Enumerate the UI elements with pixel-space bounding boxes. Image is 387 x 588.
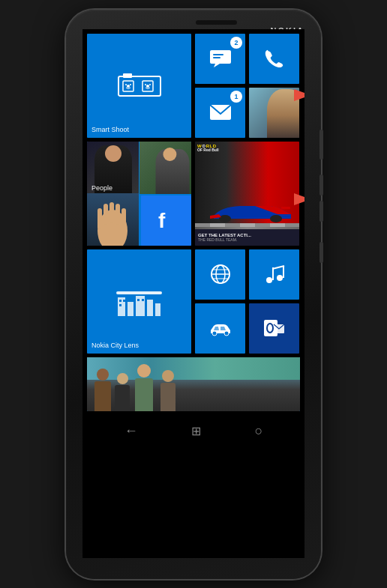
city-lens-icon bbox=[115, 282, 164, 320]
svg-marker-15 bbox=[294, 89, 304, 101]
car-icon bbox=[208, 320, 233, 336]
phone-top: NOKIA bbox=[66, 10, 321, 29]
nav-home-button[interactable]: ⊞ bbox=[191, 424, 201, 438]
svg-point-49 bbox=[224, 331, 229, 336]
ie-icon bbox=[209, 263, 232, 285]
svg-rect-32 bbox=[155, 303, 160, 316]
svg-rect-19 bbox=[110, 202, 114, 223]
svg-point-3 bbox=[127, 85, 130, 88]
svg-marker-26 bbox=[294, 193, 304, 205]
svg-point-48 bbox=[212, 331, 217, 336]
svg-rect-1 bbox=[123, 73, 132, 78]
power-button[interactable] bbox=[320, 130, 323, 160]
svg-rect-20 bbox=[116, 204, 120, 225]
smart-shoot-icon bbox=[117, 72, 162, 99]
svg-rect-36 bbox=[137, 299, 140, 301]
arrow-indicator-2 bbox=[294, 193, 304, 208]
tile-messaging[interactable]: 2 bbox=[195, 34, 245, 84]
tiles-row-3: Nokia City Lens bbox=[87, 249, 300, 354]
facebook-icon: f bbox=[156, 208, 177, 232]
redbull-image: W⊙RLD OF Red Bull bbox=[195, 142, 299, 229]
tile-city-lens-label: Nokia City Lens bbox=[92, 342, 139, 349]
tile-smart-shoot-label: Smart Shoot bbox=[92, 126, 129, 133]
messaging-icon bbox=[209, 49, 232, 67]
svg-rect-37 bbox=[142, 299, 144, 301]
tile-music[interactable] bbox=[249, 249, 299, 300]
mail-badge: 1 bbox=[230, 91, 242, 103]
tile-mail[interactable]: 1 bbox=[195, 88, 245, 138]
mail-icon bbox=[209, 104, 232, 121]
redbull-logo: W⊙RLD OF Red Bull bbox=[197, 144, 219, 153]
svg-rect-0 bbox=[118, 76, 160, 96]
tile-smart-shoot[interactable]: Smart Shoot bbox=[87, 34, 191, 138]
svg-rect-12 bbox=[213, 54, 224, 55]
redbull-car bbox=[210, 201, 292, 223]
svg-point-9 bbox=[149, 84, 151, 85]
redbull-text2: THE RED BULL TEAM. bbox=[198, 237, 296, 242]
tiles-row-2: f People W⊙RLD OF Red Bull bbox=[87, 142, 300, 246]
svg-rect-29 bbox=[128, 302, 134, 316]
svg-point-6 bbox=[125, 84, 127, 85]
svg-rect-33 bbox=[119, 300, 122, 302]
phone-icon bbox=[264, 48, 285, 69]
tile-redbull[interactable]: W⊙RLD OF Red Bull bbox=[195, 142, 299, 246]
svg-rect-35 bbox=[119, 304, 122, 306]
volume-up-button[interactable] bbox=[320, 175, 323, 196]
svg-point-44 bbox=[277, 275, 283, 281]
svg-rect-31 bbox=[147, 300, 153, 316]
redbull-content: W⊙RLD OF Red Bull bbox=[195, 142, 299, 246]
tile-drive[interactable] bbox=[195, 303, 245, 354]
tile-people-label: People bbox=[92, 184, 112, 192]
svg-rect-27 bbox=[116, 291, 162, 294]
music-icon bbox=[264, 264, 285, 285]
tile-outlook[interactable] bbox=[249, 303, 299, 354]
svg-point-43 bbox=[266, 277, 272, 283]
svg-text:f: f bbox=[158, 209, 166, 232]
svg-rect-18 bbox=[104, 204, 108, 225]
phone-device: NOKIA bbox=[66, 10, 321, 579]
volume-down-button[interactable] bbox=[320, 201, 323, 222]
tiles-row-1: Smart Shoot 2 bbox=[87, 34, 300, 138]
redbull-text-area: GET THE LATEST ACTI... THE RED BULL TEAM… bbox=[195, 229, 299, 246]
phone-chin bbox=[66, 558, 321, 579]
tiles-row-4 bbox=[87, 357, 300, 411]
camera-button[interactable] bbox=[320, 242, 323, 263]
tile-people[interactable]: f People bbox=[87, 142, 191, 246]
svg-rect-25 bbox=[281, 207, 290, 209]
bottom-photo-content bbox=[87, 357, 300, 411]
svg-rect-10 bbox=[210, 50, 231, 64]
arrow-indicator-1 bbox=[294, 89, 304, 104]
svg-point-7 bbox=[130, 84, 131, 85]
tiles-container: Smart Shoot 2 bbox=[82, 29, 304, 411]
svg-point-24 bbox=[270, 215, 282, 222]
tile-phone[interactable] bbox=[249, 34, 299, 84]
svg-rect-34 bbox=[123, 300, 125, 302]
svg-rect-21 bbox=[122, 208, 126, 225]
tile-photo-person[interactable] bbox=[249, 88, 299, 138]
svg-line-47 bbox=[272, 266, 284, 269]
phone-nav-bar: ← ⊞ ○ bbox=[82, 415, 304, 448]
svg-marker-11 bbox=[214, 64, 220, 67]
nav-back-button[interactable]: ← bbox=[124, 423, 138, 439]
svg-point-8 bbox=[145, 84, 146, 85]
svg-point-52 bbox=[268, 324, 272, 332]
speaker bbox=[196, 20, 237, 25]
svg-rect-46 bbox=[283, 266, 284, 278]
tile-bottom-photo[interactable] bbox=[87, 357, 300, 411]
phone-screen: Smart Shoot 2 bbox=[82, 29, 304, 558]
svg-rect-17 bbox=[98, 208, 102, 229]
outlook-icon bbox=[263, 318, 286, 338]
tile-facebook[interactable]: f bbox=[141, 196, 191, 246]
messaging-badge: 2 bbox=[230, 37, 242, 49]
tile-ie[interactable] bbox=[195, 249, 245, 300]
track-surface bbox=[195, 223, 299, 227]
svg-point-23 bbox=[219, 215, 231, 222]
svg-point-5 bbox=[146, 85, 149, 88]
svg-rect-13 bbox=[213, 57, 220, 58]
nav-search-button[interactable]: ○ bbox=[254, 423, 262, 439]
tile-city-lens[interactable]: Nokia City Lens bbox=[87, 249, 191, 354]
